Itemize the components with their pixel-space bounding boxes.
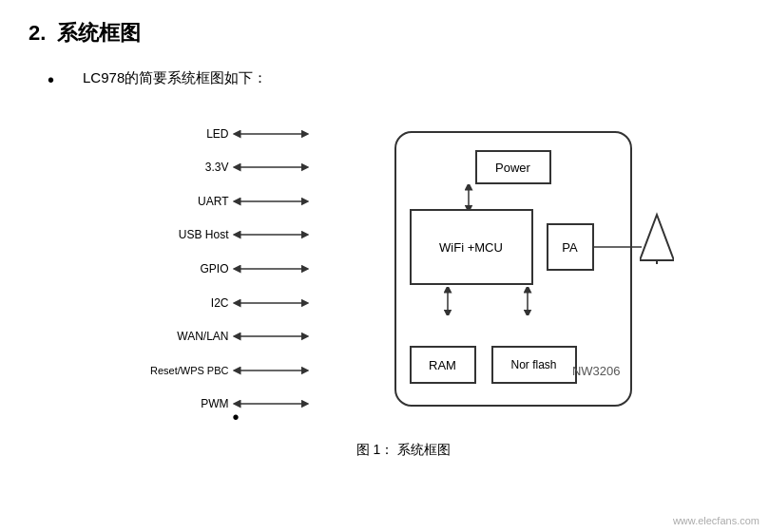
arrow-wan: [233, 329, 309, 344]
section-heading: 系统框图: [57, 19, 141, 48]
label-led: LED: [138, 127, 233, 141]
ram-box: RAM: [410, 346, 476, 384]
label-pwm: PWM: [138, 397, 233, 410]
arrow-row-gpio: GPIO: [138, 256, 337, 281]
label-uart: UART: [138, 195, 233, 208]
arrow-33v: [233, 160, 309, 175]
bullet-text: LC978的简要系统框图如下：: [83, 66, 267, 89]
arrow-row-pwm: PWM: [138, 392, 337, 417]
arrow-row-wan: WAN/LAN: [138, 324, 337, 349]
pa-label: PA: [562, 240, 577, 255]
ram-label: RAM: [429, 358, 456, 372]
arrow-wifi-ram: [440, 287, 455, 315]
svg-marker-10: [640, 215, 674, 260]
arrow-row-led: LED: [138, 122, 337, 146]
arrow-row-uart: UART: [138, 189, 337, 214]
label-usb: USB Host: [138, 228, 233, 241]
pa-box: PA: [547, 223, 594, 271]
arrow-reset: [233, 363, 309, 378]
bullet-dot: •: [48, 66, 54, 93]
arrow-uart: [233, 194, 309, 209]
label-reset: Reset/WPS PBC: [138, 365, 233, 376]
power-label: Power: [495, 161, 530, 175]
left-labels: LED 3.3V UART: [138, 112, 337, 426]
diagram-caption: 图 1： 系统框图: [356, 442, 452, 459]
section-number: 2.: [29, 21, 46, 46]
section-title: 2. 系统框图: [29, 19, 740, 48]
arrow-row-reset: Reset/WPS PBC: [138, 358, 337, 383]
arrow-i2c: [233, 295, 309, 311]
label-wan: WAN/LAN: [138, 330, 233, 343]
norflash-box: Nor flash: [491, 346, 577, 384]
arrow-row-i2c: I2C: [138, 291, 337, 315]
diagram-wrapper: LED 3.3V UART: [67, 112, 740, 459]
chip-id-label: NW3206: [572, 364, 621, 378]
wifi-box: WiFi +MCU: [410, 209, 533, 285]
chip-box: Power WiFi +MCU PA: [394, 131, 632, 407]
norflash-label: Nor flash: [510, 358, 556, 371]
power-box: Power: [475, 150, 551, 184]
label-33v: 3.3V: [138, 161, 233, 174]
arrow-row-usb: USB Host: [138, 223, 337, 248]
arrow-usb: [233, 227, 309, 242]
arrow-led: [233, 126, 309, 142]
bullet-item: • LC978的简要系统框图如下：: [29, 66, 740, 93]
arrow-row-33v: 3.3V: [138, 156, 337, 180]
antenna-icon: [640, 211, 674, 264]
arrow-pwm: [233, 396, 309, 411]
arrow-power-wifi: [461, 184, 476, 211]
pa-antenna-line: [594, 245, 642, 249]
diagram-area: LED 3.3V UART: [138, 112, 670, 426]
watermark: www.elecfans.com: [673, 515, 759, 526]
label-i2c: I2C: [138, 296, 233, 310]
label-gpio: GPIO: [138, 262, 233, 276]
arrow-wifi-norflash: [520, 287, 535, 315]
arrow-gpio: [233, 261, 309, 276]
wifi-label: WiFi +MCU: [439, 240, 503, 255]
